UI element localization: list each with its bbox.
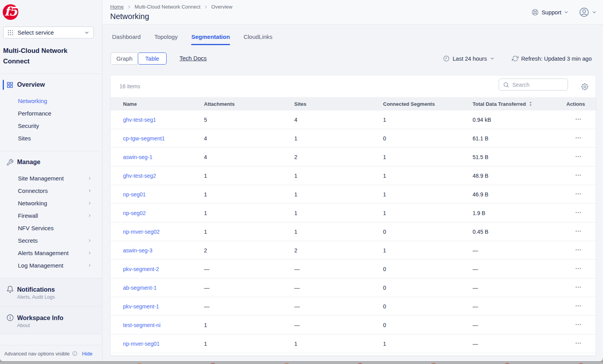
segment-name-link[interactable]: pkv-segment-2 (123, 266, 159, 272)
cell-actions (566, 191, 596, 198)
refresh-button[interactable]: Refresh: Updated 3 min ago (512, 55, 592, 62)
cell-name: aswin-seg-1 (111, 154, 204, 160)
cell-name: ghv-test-seg1 (111, 117, 204, 123)
search-input[interactable] (512, 82, 563, 88)
breadcrumb-home-link[interactable]: Home (110, 4, 124, 10)
cell-attachments: 2 (204, 247, 294, 254)
account-menu[interactable] (579, 7, 597, 18)
cell-total-data: — (473, 285, 566, 291)
segment-name-link[interactable]: aswin-seg-3 (123, 247, 152, 254)
apps-grid-icon (7, 29, 14, 36)
segment-name-link[interactable]: np-mver-seg02 (123, 229, 160, 235)
segment-name-link[interactable]: np-seg02 (123, 210, 146, 216)
view-toggle-table[interactable]: Table (138, 52, 167, 65)
sidebar-item-performance[interactable]: Performance (0, 107, 102, 119)
time-range-dropdown[interactable]: Last 24 hours (443, 55, 495, 62)
sidebar-item-label: Networking (18, 200, 47, 206)
column-header-attachments[interactable]: Attachments (204, 101, 294, 107)
cell-attachments: 5 (204, 117, 294, 123)
table-row: aswin-seg-142151.5 B (111, 148, 596, 166)
support-label: Support (541, 9, 561, 16)
active-section-indicator (3, 80, 4, 90)
table-row: np-seg021111.9 B (111, 204, 596, 222)
row-actions-button[interactable] (575, 340, 582, 346)
sidebar-item-secrets[interactable]: Secrets (0, 234, 102, 247)
cell-connected-segments: 1 (383, 247, 473, 254)
row-actions-button[interactable] (575, 247, 582, 253)
support-menu[interactable]: Support (531, 9, 569, 16)
sidebar-item-networking[interactable]: Networking (0, 94, 102, 107)
sidebar-item-site-management[interactable]: Site Management (0, 172, 102, 184)
cell-name: aswin-seg-3 (111, 247, 204, 254)
sidebar-item-log-management[interactable]: Log Management (0, 259, 102, 271)
sidebar-item-alerts-management[interactable]: Alerts Management (0, 247, 102, 259)
cell-sites: — (294, 266, 383, 272)
cell-sites: 1 (294, 135, 383, 142)
column-header-connected-segments[interactable]: Connected Segments (383, 101, 473, 107)
cell-actions (566, 209, 596, 217)
segment-name-link[interactable]: np-seg01 (123, 191, 146, 198)
table-row: cp-tgw-segment141061.1 B (111, 129, 596, 148)
cell-actions (566, 340, 596, 348)
segment-name-link[interactable]: cp-tgw-segment1 (123, 135, 165, 142)
table-settings-gear-icon[interactable] (581, 83, 588, 90)
segment-name-link[interactable]: aswin-seg-1 (123, 154, 152, 160)
chevron-down-icon (490, 56, 495, 61)
cell-connected-segments: 1 (383, 117, 473, 123)
nav-section-manage[interactable]: Manage (0, 156, 102, 168)
cell-sites: 1 (294, 173, 383, 179)
cell-attachments: 4 (204, 135, 294, 142)
f5-logo[interactable]: f5 (3, 4, 18, 20)
sidebar-item-firewall[interactable]: Firewall (0, 209, 102, 222)
sidebar-item-nfv-services[interactable]: NFV Services (0, 222, 102, 234)
row-actions-button[interactable] (575, 303, 582, 309)
row-actions-button[interactable] (575, 321, 582, 328)
sidebar-item-sites[interactable]: Sites (0, 132, 102, 144)
view-toggle-graph[interactable]: Graph (111, 52, 138, 65)
cell-connected-segments: 1 (383, 154, 473, 160)
sidebar-item-networking[interactable]: Networking (0, 197, 102, 209)
sidebar-item-security[interactable]: Security (0, 119, 102, 132)
row-actions-button[interactable] (575, 172, 582, 178)
tab-segmentation[interactable]: Segmentation (191, 33, 230, 45)
cell-actions (566, 284, 596, 292)
sidebar-shortcut-workspace-info[interactable]: Workspace InfoAbout (0, 306, 102, 334)
row-actions-button[interactable] (575, 135, 582, 141)
advanced-nav-label: Advanced nav options visible (4, 351, 70, 357)
row-actions-button[interactable] (575, 209, 582, 216)
search-box (499, 79, 568, 91)
info-icon (72, 351, 77, 356)
column-header-name[interactable]: Name (111, 101, 204, 107)
hide-nav-link[interactable]: Hide (82, 351, 93, 357)
tab-topology[interactable]: Topology (154, 33, 178, 45)
tab-dashboard[interactable]: Dashboard (112, 33, 141, 45)
segment-name-link[interactable]: test-segment-ni (123, 322, 160, 328)
sidebar-shortcut-notifications[interactable]: NotificationsAlerts, Audit Logs (0, 278, 102, 306)
row-actions-button[interactable] (575, 284, 582, 290)
segment-name-link[interactable]: ab-segment-1 (123, 285, 156, 291)
row-actions-button[interactable] (575, 116, 582, 122)
header-right-cluster: Support (531, 0, 597, 24)
row-actions-button[interactable] (575, 191, 582, 197)
sort-icon[interactable] (528, 101, 533, 107)
column-header-sites[interactable]: Sites (294, 101, 383, 107)
segment-name-link[interactable]: pkv-segment-1 (123, 303, 159, 310)
tab-cloudlinks[interactable]: CloudLinks (244, 33, 272, 45)
nav-section-label: Overview (17, 81, 45, 88)
select-service-dropdown[interactable]: Select service (3, 26, 94, 38)
segment-name-link[interactable]: np-mver-seg01 (123, 341, 160, 347)
cell-connected-segments: 0 (383, 285, 473, 291)
chevron-right-icon (88, 189, 92, 193)
cell-name: pkv-segment-2 (111, 266, 204, 272)
row-actions-button[interactable] (575, 153, 582, 160)
tech-docs-link[interactable]: Tech Docs (179, 55, 207, 61)
cell-name: np-mver-seg01 (111, 341, 204, 347)
segment-name-link[interactable]: ghv-test-seg1 (123, 117, 156, 123)
segment-name-link[interactable]: ghv-test-seg2 (123, 173, 156, 179)
row-actions-button[interactable] (575, 228, 582, 234)
column-header-total-data[interactable]: Total Data Transferred (473, 101, 566, 107)
nav-section-overview[interactable]: Overview (0, 79, 102, 91)
sidebar-item-connectors[interactable]: Connectors (0, 184, 102, 197)
row-actions-button[interactable] (575, 265, 582, 272)
cell-actions (566, 153, 596, 161)
